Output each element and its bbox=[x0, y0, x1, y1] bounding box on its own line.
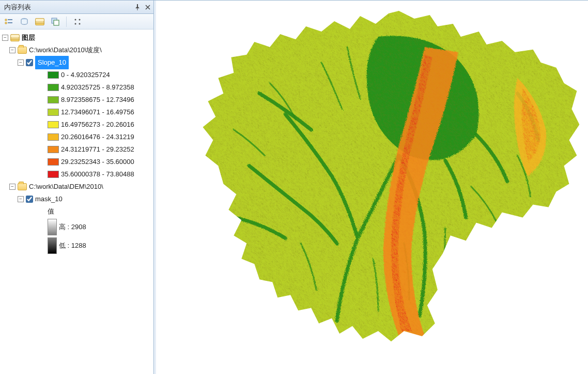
legend-swatch bbox=[48, 171, 59, 178]
toc-title: 内容列表 bbox=[4, 3, 131, 12]
legend-class: 20.26016476 - 24.31219 bbox=[2, 131, 153, 143]
options-button[interactable] bbox=[72, 16, 83, 27]
legend-swatch bbox=[48, 96, 59, 103]
root-label: 图层 bbox=[22, 32, 35, 44]
legend-swatch bbox=[48, 237, 57, 254]
svg-point-5 bbox=[79, 19, 81, 20]
collapse-icon[interactable]: − bbox=[2, 35, 8, 41]
legend-stretch: 低 : 1288 bbox=[2, 236, 153, 255]
legend-class: 24.31219771 - 29.23252 bbox=[2, 143, 153, 156]
group-path: C:\work\Data\DEM\2010\ bbox=[29, 181, 103, 193]
layer-row[interactable]: − mask_10 bbox=[2, 193, 153, 205]
legend-label: 29.23252343 - 35.60000 bbox=[61, 156, 134, 168]
legend-class: 35.60000378 - 73.80488 bbox=[2, 168, 153, 181]
legend-class: 16.49756273 - 20.26016 bbox=[2, 118, 153, 131]
layer-visibility-checkbox[interactable] bbox=[26, 196, 33, 203]
legend-swatch bbox=[48, 158, 59, 166]
map-view[interactable] bbox=[154, 1, 588, 374]
group-folder[interactable]: − C:\work\Data\DEM\2010\ bbox=[2, 181, 153, 193]
svg-rect-2 bbox=[54, 20, 59, 25]
legend-swatch bbox=[48, 109, 59, 116]
folder-icon bbox=[18, 47, 27, 54]
collapse-icon[interactable]: − bbox=[9, 47, 16, 53]
legend-label: 35.60000378 - 73.80488 bbox=[61, 168, 134, 181]
legend-label: 16.49756273 - 20.26016 bbox=[61, 118, 134, 131]
legend-swatch bbox=[48, 71, 59, 79]
legend-swatch bbox=[48, 84, 59, 91]
legend-swatch bbox=[48, 133, 59, 141]
legend-title: 值 bbox=[48, 205, 54, 218]
legend-label: 12.73496071 - 16.49756 bbox=[61, 106, 134, 118]
folder-icon bbox=[18, 183, 27, 190]
legend-label: 4.920325725 - 8.972358 bbox=[61, 81, 134, 94]
legend-title-row: 值 bbox=[2, 205, 153, 218]
list-visibility-button[interactable] bbox=[34, 16, 45, 27]
legend-label: 0 - 4.920325724 bbox=[61, 69, 110, 81]
map-canvas[interactable] bbox=[156, 1, 588, 374]
legend-class: 12.73496071 - 16.49756 bbox=[2, 106, 153, 118]
svg-rect-10 bbox=[157, 1, 588, 374]
legend-class: 0 - 4.920325724 bbox=[2, 69, 153, 81]
svg-point-3 bbox=[75, 19, 76, 20]
legend-swatch bbox=[48, 146, 59, 153]
list-selection-button[interactable] bbox=[50, 16, 61, 27]
layer-name[interactable]: Slope_10 bbox=[35, 56, 69, 69]
legend-class: 4.920325725 - 8.972358 bbox=[2, 81, 153, 94]
group-folder[interactable]: − C:\work\Data\2010\坡度\ bbox=[2, 44, 153, 56]
list-drawing-order-button[interactable] bbox=[3, 16, 14, 27]
layers-icon bbox=[10, 34, 20, 41]
collapse-icon[interactable]: − bbox=[9, 184, 16, 190]
tree-root[interactable]: − 图层 bbox=[2, 32, 153, 44]
layer-row[interactable]: − Slope_10 bbox=[2, 56, 153, 69]
collapse-icon[interactable]: − bbox=[18, 196, 24, 202]
layer-visibility-checkbox[interactable] bbox=[26, 59, 33, 66]
slope-raster bbox=[156, 1, 588, 374]
layer-name[interactable]: mask_10 bbox=[35, 193, 63, 205]
legend-class: 8.972358675 - 12.73496 bbox=[2, 94, 153, 106]
list-source-button[interactable] bbox=[19, 16, 30, 27]
layer-tree[interactable]: − 图层 − C:\work\Data\2010\坡度\ − Slope_10 … bbox=[0, 29, 153, 374]
group-path: C:\work\Data\2010\坡度\ bbox=[29, 44, 102, 56]
legend-label: 20.26016476 - 24.31219 bbox=[61, 131, 134, 143]
legend-class: 29.23252343 - 35.60000 bbox=[2, 156, 153, 168]
collapse-icon[interactable]: − bbox=[18, 59, 24, 66]
toc-panel: 内容列表 − 图层 − bbox=[0, 1, 154, 374]
pin-icon[interactable] bbox=[134, 4, 141, 10]
legend-stretch: 高 : 2908 bbox=[2, 218, 153, 236]
legend-swatch bbox=[48, 219, 57, 235]
svg-point-6 bbox=[79, 23, 81, 24]
toc-toolbar bbox=[0, 14, 153, 29]
close-icon[interactable] bbox=[144, 5, 151, 10]
legend-low: 低 : 1288 bbox=[59, 236, 86, 252]
legend-high: 高 : 2908 bbox=[59, 218, 86, 233]
svg-point-4 bbox=[75, 23, 76, 24]
legend-label: 24.31219771 - 29.23252 bbox=[61, 143, 134, 156]
legend-swatch bbox=[48, 121, 59, 128]
legend-label: 8.972358675 - 12.73496 bbox=[61, 94, 134, 106]
toc-header: 内容列表 bbox=[0, 1, 153, 14]
